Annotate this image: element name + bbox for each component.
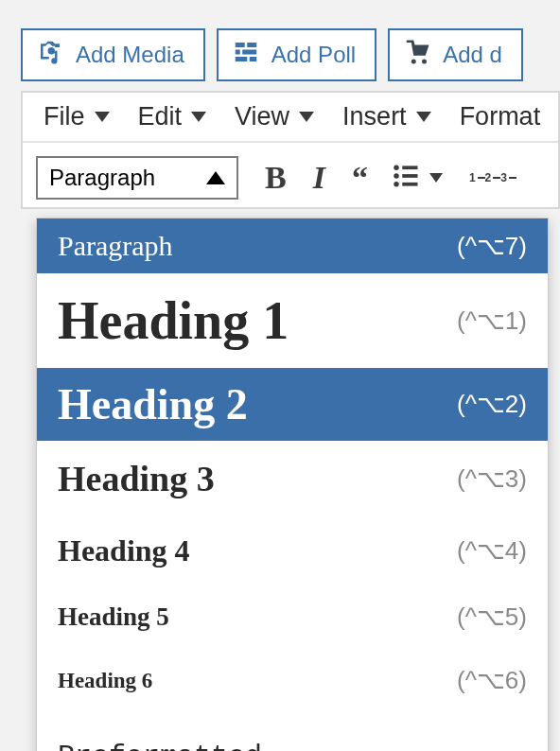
format-option-label: Heading 6 xyxy=(58,669,152,693)
format-select[interactable]: Paragraph xyxy=(36,156,238,200)
bold-button[interactable]: B xyxy=(265,160,287,196)
menu-file[interactable]: File xyxy=(44,102,110,131)
svg-rect-1 xyxy=(247,43,256,47)
format-option-label: Heading 5 xyxy=(58,603,169,632)
format-option-h6[interactable]: Heading 6(^⌥6) xyxy=(37,649,548,712)
numbered-list-button[interactable]: 1 2 3 xyxy=(469,173,516,183)
svg-rect-11 xyxy=(402,183,417,186)
chevron-down-icon xyxy=(416,112,431,122)
svg-rect-5 xyxy=(250,57,257,61)
svg-rect-0 xyxy=(236,43,245,47)
svg-rect-9 xyxy=(402,174,417,178)
format-dropdown: Paragraph(^⌥7)Heading 1(^⌥1)Heading 2(^⌥… xyxy=(36,218,549,751)
add-poll-label: Add Poll xyxy=(271,42,356,68)
cart-icon xyxy=(403,38,431,72)
add-media-label: Add Media xyxy=(76,42,184,68)
menu-edit-label: Edit xyxy=(138,102,183,131)
chevron-up-icon xyxy=(206,171,225,184)
poll-icon xyxy=(232,38,260,72)
svg-rect-7 xyxy=(402,166,417,169)
bulleted-list-icon xyxy=(392,162,420,194)
svg-rect-4 xyxy=(236,57,248,61)
add-dynamic-label: Add d xyxy=(443,42,502,68)
svg-rect-3 xyxy=(242,50,256,55)
format-option-label: Heading 4 xyxy=(58,533,190,568)
svg-rect-2 xyxy=(236,50,240,55)
format-option-h5[interactable]: Heading 5(^⌥5) xyxy=(37,585,548,649)
editor-menubar: File Edit View Insert Format xyxy=(23,93,558,143)
chevron-down-icon xyxy=(95,112,110,122)
menu-insert[interactable]: Insert xyxy=(342,102,431,131)
format-option-h2[interactable]: Heading 2(^⌥2) xyxy=(37,368,548,441)
format-option-label: Paragraph xyxy=(58,230,173,262)
menu-view[interactable]: View xyxy=(235,102,314,131)
add-dynamic-button[interactable]: Add d xyxy=(388,28,523,81)
format-option-shortcut: (^⌥1) xyxy=(457,306,527,336)
format-option-shortcut: (^⌥5) xyxy=(457,603,527,632)
italic-button[interactable]: I xyxy=(313,160,325,196)
menu-edit[interactable]: Edit xyxy=(138,102,207,131)
format-option-h1[interactable]: Heading 1(^⌥1) xyxy=(37,273,548,368)
format-option-paragraph[interactable]: Paragraph(^⌥7) xyxy=(37,218,548,273)
format-option-label: Heading 1 xyxy=(58,290,289,351)
menu-view-label: View xyxy=(235,102,289,131)
add-poll-button[interactable]: Add Poll xyxy=(217,28,376,81)
format-select-value: Paragraph xyxy=(49,165,155,191)
top-button-bar: Add Media Add Poll Add d xyxy=(0,0,560,91)
add-media-button[interactable]: Add Media xyxy=(21,28,205,81)
chevron-down-icon xyxy=(429,173,443,183)
format-option-label: Heading 2 xyxy=(58,379,248,429)
editor-toolbar: Paragraph B I “ 1 2 3 xyxy=(23,143,558,207)
camera-music-icon xyxy=(36,38,64,72)
chevron-down-icon xyxy=(299,112,314,122)
format-option-h3[interactable]: Heading 3(^⌥3) xyxy=(37,441,548,516)
svg-point-8 xyxy=(394,173,399,179)
bulleted-list-button[interactable] xyxy=(392,162,443,194)
format-option-label: Heading 3 xyxy=(58,458,215,499)
menu-insert-label: Insert xyxy=(342,102,407,131)
menu-format[interactable]: Format xyxy=(460,102,541,131)
format-option-label: Preformatted xyxy=(58,724,262,751)
format-option-shortcut: (^⌥2) xyxy=(457,390,527,419)
format-option-shortcut: (^⌥6) xyxy=(457,666,527,695)
format-option-shortcut: (^⌥3) xyxy=(457,464,527,494)
menu-file-label: File xyxy=(44,102,85,131)
svg-point-6 xyxy=(394,166,399,171)
format-option-shortcut: (^⌥4) xyxy=(457,536,527,566)
chevron-down-icon xyxy=(191,112,206,122)
menu-format-label: Format xyxy=(460,102,541,131)
editor-frame: File Edit View Insert Format Paragraph B… xyxy=(21,91,560,209)
format-option-pre[interactable]: Preformatted xyxy=(37,712,548,751)
blockquote-button[interactable]: “ xyxy=(352,160,365,196)
svg-point-10 xyxy=(394,182,399,187)
format-option-h4[interactable]: Heading 4(^⌥4) xyxy=(37,516,548,585)
format-option-shortcut: (^⌥7) xyxy=(457,232,527,261)
